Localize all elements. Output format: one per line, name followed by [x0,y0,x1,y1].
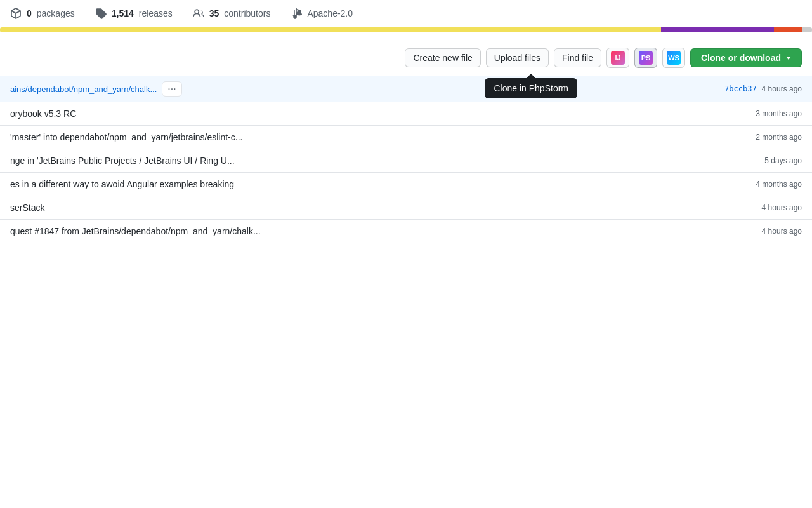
top-bar: 0 packages 1,514 releases 35 contributor… [0,0,812,27]
license-label: Apache-2.0 [307,8,353,18]
packages-link[interactable]: 0 packages [10,8,75,19]
contributors-link[interactable]: 35 contributors [193,8,271,19]
packages-label: packages [37,8,75,18]
create-new-file-button[interactable]: Create new file [405,48,480,67]
releases-count: 1,514 [112,8,134,18]
box-icon [10,8,22,19]
branch-row: ains/dependabot/npm_and_yarn/chalk... ··… [0,76,812,102]
ide-ij-button[interactable]: IJ [606,48,629,68]
upload-files-button[interactable]: Upload files [486,48,549,67]
branch-info: ains/dependabot/npm_and_yarn/chalk... ··… [10,81,182,97]
lang-other [802,27,812,32]
commit-hash[interactable]: 7bccb37 [724,84,757,93]
releases-link[interactable]: 1,514 releases [95,8,173,19]
lang-html [774,27,802,32]
license-link[interactable]: Apache-2.0 [291,8,353,19]
time-cell-5: 4 hours ago [719,227,802,236]
contributors-label: contributors [224,8,270,18]
ws-icon: WS [667,51,681,65]
chevron-down-icon [786,57,791,60]
packages-count: 0 [27,8,32,18]
branch-path[interactable]: ains/dependabot/npm_and_yarn/chalk... [10,84,157,94]
language-bar [0,27,812,32]
time-cell-1: 2 months ago [719,133,802,142]
branch-time: 4 hours ago [762,84,802,93]
time-cell-3: 4 months ago [719,180,802,189]
ij-icon: IJ [611,51,625,65]
commit-msg-0: orybook v5.3 RC [10,109,76,119]
toolbar: Create new file Upload files Find file I… [0,43,812,76]
find-file-button[interactable]: Find file [554,48,601,67]
clone-label: Clone or download [701,53,781,63]
contributors-count: 35 [209,8,219,18]
commit-msg-5: quest #1847 from JetBrains/dependabot/np… [10,226,261,236]
commit-msg-1: 'master' into dependabot/npm_and_yarn/je… [10,132,242,142]
people-icon [193,8,204,19]
clone-or-download-button[interactable]: Clone or download [690,48,802,67]
ps-icon: PS [639,51,653,65]
file-table: orybook v5.3 RC 3 months ago 'master' in… [0,102,812,243]
commit-msg-3: es in a different way to awoid Angular e… [10,179,234,189]
time-cell-4: 4 hours ago [719,203,802,212]
ide-ws-button[interactable]: WS [662,48,685,68]
table-row[interactable]: serStack 4 hours ago [0,196,812,220]
branch-dots-button[interactable]: ··· [162,81,181,97]
table-row[interactable]: es in a different way to awoid Angular e… [0,173,812,196]
scale-icon [291,8,302,19]
table-row[interactable]: 'master' into dependabot/npm_and_yarn/je… [0,126,812,149]
lang-kotlin [661,27,775,32]
table-row[interactable]: nge in 'JetBrains Public Projects / JetB… [0,149,812,173]
time-cell-2: 5 days ago [719,156,802,165]
table-row[interactable]: quest #1847 from JetBrains/dependabot/np… [0,220,812,243]
ide-ps-button[interactable]: PS [634,48,657,68]
commit-msg-2: nge in 'JetBrains Public Projects / JetB… [10,156,235,166]
find-file-label: Find file [562,53,593,63]
tag-icon [95,8,107,19]
lang-javascript [0,27,661,32]
commit-msg-4: serStack [10,203,44,213]
create-new-file-label: Create new file [413,53,472,63]
upload-files-label: Upload files [494,53,540,63]
table-row[interactable]: orybook v5.3 RC 3 months ago [0,102,812,126]
time-cell-0: 3 months ago [719,109,802,118]
releases-label: releases [139,8,173,18]
